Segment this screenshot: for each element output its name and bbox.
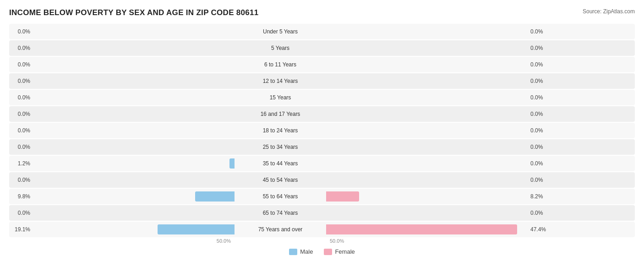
age-label: 12 to 14 Years bbox=[235, 78, 326, 84]
left-bar-area bbox=[33, 60, 235, 70]
left-bar-area bbox=[33, 224, 235, 234]
right-bar-area bbox=[326, 125, 528, 136]
table-row: 9.8% 55 to 64 Years 8.2% bbox=[9, 189, 635, 204]
male-value: 0.0% bbox=[9, 45, 33, 51]
female-label: Female bbox=[335, 248, 355, 255]
male-value: 0.0% bbox=[9, 144, 33, 150]
right-bar-area bbox=[326, 43, 528, 53]
male-value: 19.1% bbox=[9, 226, 33, 233]
right-bar-area bbox=[326, 109, 528, 119]
female-value: 0.0% bbox=[528, 45, 551, 51]
right-bar-area bbox=[326, 224, 528, 234]
age-label: 65 to 74 Years bbox=[235, 210, 326, 216]
chart-source: Source: ZipAtlas.com bbox=[583, 8, 635, 15]
female-value: 0.0% bbox=[528, 94, 551, 101]
male-bar bbox=[158, 224, 235, 234]
right-bar-area bbox=[326, 191, 528, 202]
female-value: 0.0% bbox=[528, 210, 551, 216]
axis-left-value: 50.0% bbox=[33, 238, 235, 244]
table-row: 0.0% 6 to 11 Years 0.0% bbox=[9, 57, 635, 72]
table-row: 0.0% 15 Years 0.0% bbox=[9, 90, 635, 105]
age-label: 45 to 54 Years bbox=[235, 177, 326, 183]
male-bar bbox=[229, 158, 235, 169]
female-value: 8.2% bbox=[528, 193, 551, 200]
female-value: 0.0% bbox=[528, 61, 551, 68]
female-value: 0.0% bbox=[528, 111, 551, 117]
left-bar-area bbox=[33, 175, 235, 185]
age-label: 16 and 17 Years bbox=[235, 111, 326, 117]
left-bar-area bbox=[33, 76, 235, 86]
right-bar-area bbox=[326, 76, 528, 86]
table-row: 19.1% 75 Years and over 47.4% bbox=[9, 222, 635, 237]
right-bar-area bbox=[326, 27, 528, 37]
left-bar-area bbox=[33, 158, 235, 169]
left-bar-area bbox=[33, 93, 235, 103]
male-swatch bbox=[289, 249, 297, 255]
axis-right-value: 50.0% bbox=[326, 238, 528, 244]
age-label: 15 Years bbox=[235, 94, 326, 101]
table-row: 0.0% 25 to 34 Years 0.0% bbox=[9, 139, 635, 155]
left-bar-area bbox=[33, 43, 235, 53]
female-value: 0.0% bbox=[528, 177, 551, 183]
male-value: 0.0% bbox=[9, 177, 33, 183]
female-value: 0.0% bbox=[528, 160, 551, 167]
female-bar bbox=[326, 191, 359, 202]
chart-title: INCOME BELOW POVERTY BY SEX AND AGE IN Z… bbox=[9, 8, 259, 17]
female-bar bbox=[326, 224, 517, 234]
age-label: Under 5 Years bbox=[235, 28, 326, 35]
age-label: 75 Years and over bbox=[235, 226, 326, 233]
male-value: 9.8% bbox=[9, 193, 33, 200]
right-bar-area bbox=[326, 208, 528, 218]
right-bar-area bbox=[326, 175, 528, 185]
table-row: 0.0% 18 to 24 Years 0.0% bbox=[9, 123, 635, 138]
male-value: 0.0% bbox=[9, 61, 33, 68]
left-bar-area bbox=[33, 27, 235, 37]
table-row: 0.0% 45 to 54 Years 0.0% bbox=[9, 172, 635, 188]
left-bar-area bbox=[33, 142, 235, 152]
male-label: Male bbox=[300, 248, 313, 255]
male-value: 0.0% bbox=[9, 28, 33, 35]
chart-container: INCOME BELOW POVERTY BY SEX AND AGE IN Z… bbox=[0, 0, 644, 256]
legend-area: Male Female bbox=[9, 248, 635, 255]
female-value: 47.4% bbox=[528, 226, 551, 233]
right-bar-area bbox=[326, 158, 528, 169]
female-swatch bbox=[324, 249, 332, 255]
left-bar-area bbox=[33, 109, 235, 119]
age-label: 55 to 64 Years bbox=[235, 193, 326, 200]
age-label: 18 to 24 Years bbox=[235, 127, 326, 134]
age-label: 6 to 11 Years bbox=[235, 61, 326, 68]
legend-female: Female bbox=[324, 248, 355, 255]
table-row: 0.0% 65 to 74 Years 0.0% bbox=[9, 205, 635, 221]
table-row: 0.0% 16 and 17 Years 0.0% bbox=[9, 106, 635, 122]
right-bar-area bbox=[326, 142, 528, 152]
age-label: 35 to 44 Years bbox=[235, 160, 326, 167]
left-bar-area bbox=[33, 208, 235, 218]
table-row: 0.0% 12 to 14 Years 0.0% bbox=[9, 73, 635, 89]
rows-area: 0.0% Under 5 Years 0.0% 0.0% 5 Years 0.0… bbox=[9, 24, 635, 237]
table-row: 0.0% 5 Years 0.0% bbox=[9, 40, 635, 56]
right-bar-area bbox=[326, 60, 528, 70]
chart-header: INCOME BELOW POVERTY BY SEX AND AGE IN Z… bbox=[9, 8, 635, 17]
age-label: 25 to 34 Years bbox=[235, 144, 326, 150]
female-value: 0.0% bbox=[528, 28, 551, 35]
axis-row: 50.0% 50.0% bbox=[9, 238, 635, 244]
right-bar-area bbox=[326, 93, 528, 103]
female-value: 0.0% bbox=[528, 78, 551, 84]
female-value: 0.0% bbox=[528, 144, 551, 150]
male-bar bbox=[195, 191, 235, 202]
male-value: 0.0% bbox=[9, 78, 33, 84]
male-value: 1.2% bbox=[9, 160, 33, 167]
female-value: 0.0% bbox=[528, 127, 551, 134]
left-bar-area bbox=[33, 125, 235, 136]
male-value: 0.0% bbox=[9, 111, 33, 117]
male-value: 0.0% bbox=[9, 210, 33, 216]
table-row: 0.0% Under 5 Years 0.0% bbox=[9, 24, 635, 39]
male-value: 0.0% bbox=[9, 127, 33, 134]
table-row: 1.2% 35 to 44 Years 0.0% bbox=[9, 156, 635, 171]
legend-male: Male bbox=[289, 248, 313, 255]
left-bar-area bbox=[33, 191, 235, 202]
male-value: 0.0% bbox=[9, 94, 33, 101]
age-label: 5 Years bbox=[235, 45, 326, 51]
